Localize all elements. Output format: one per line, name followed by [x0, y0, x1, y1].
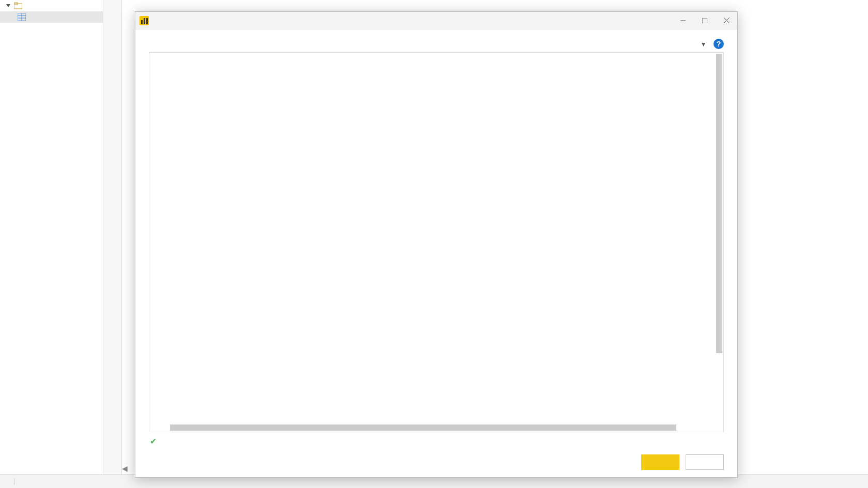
editor-horizontal-scrollbar[interactable]: [170, 424, 676, 431]
powerbi-logo-icon: [140, 16, 149, 25]
status-separator: |: [13, 478, 15, 485]
queries-panel: [0, 0, 103, 474]
queries-folder[interactable]: [0, 0, 103, 11]
chevron-down-icon: [6, 4, 10, 7]
advanced-editor-dialog: ▾ ? ✔: [135, 11, 738, 478]
display-options-dropdown[interactable]: ▾: [700, 40, 705, 48]
editor-vertical-scrollbar[interactable]: [716, 54, 722, 353]
done-button[interactable]: [641, 454, 679, 470]
chevron-down-icon: ▾: [702, 40, 705, 48]
help-icon[interactable]: ?: [714, 39, 724, 49]
code-editor[interactable]: [149, 52, 724, 432]
scroll-left-button[interactable]: ◀: [122, 464, 130, 473]
check-icon: ✔: [150, 436, 157, 446]
folder-icon: [14, 2, 22, 9]
table-icon: [18, 13, 26, 21]
cancel-button[interactable]: [686, 454, 724, 470]
close-button[interactable]: [716, 12, 737, 29]
svg-rect-7: [702, 18, 707, 23]
query-item-sales[interactable]: [0, 11, 103, 23]
minimize-button[interactable]: [672, 12, 694, 29]
dialog-titlebar: [135, 12, 737, 29]
syntax-status: ✔: [149, 432, 724, 446]
row-number-column: [103, 0, 122, 474]
maximize-button[interactable]: [694, 12, 716, 29]
